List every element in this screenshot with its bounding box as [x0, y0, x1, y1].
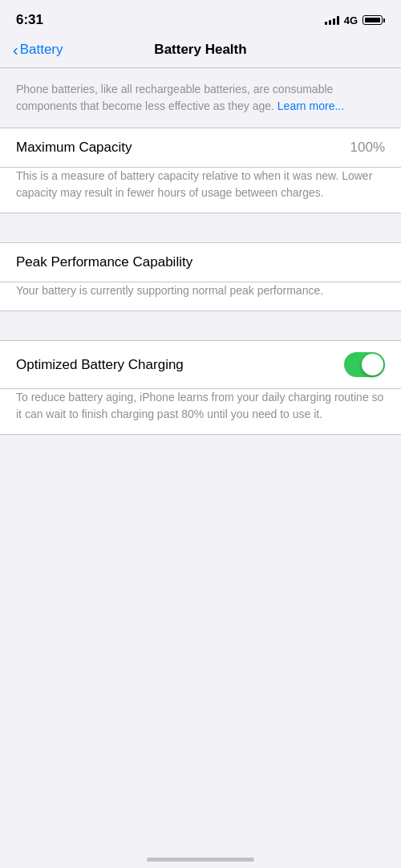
info-description: Phone batteries, like all rechargeable b… — [16, 83, 344, 112]
peak-performance-desc-text: Your battery is currently supporting nor… — [16, 284, 323, 297]
peak-performance-section: Peak Performance Capability Your battery… — [0, 243, 401, 310]
chevron-left-icon: ‹ — [13, 42, 18, 58]
optimized-charging-toggle[interactable] — [344, 352, 385, 377]
peak-performance-label: Peak Performance Capability — [16, 254, 192, 270]
max-capacity-section: Maximum Capacity 100% This is a measure … — [0, 128, 401, 213]
signal-bars-icon — [325, 15, 339, 25]
optimized-charging-label: Optimized Battery Charging — [16, 357, 184, 373]
status-time: 6:31 — [16, 12, 43, 28]
battery-fill — [365, 18, 380, 22]
max-capacity-description: This is a measure of battery capacity re… — [0, 168, 401, 213]
back-button[interactable]: ‹ Battery — [13, 42, 63, 58]
signal-bar-3 — [333, 18, 335, 25]
status-icons: 4G — [325, 14, 385, 26]
signal-bar-1 — [325, 22, 327, 25]
optimized-bottom-divider — [0, 434, 401, 435]
max-capacity-desc-text: This is a measure of battery capacity re… — [16, 169, 372, 199]
optimized-charging-row: Optimized Battery Charging — [0, 341, 401, 388]
max-capacity-label: Maximum Capacity — [16, 140, 132, 156]
back-label: Battery — [20, 42, 63, 58]
peak-performance-description: Your battery is currently supporting nor… — [0, 282, 401, 310]
toggle-track[interactable] — [344, 352, 385, 377]
battery-tip — [383, 18, 385, 22]
optimized-charging-desc-text: To reduce battery aging, iPhone learns f… — [16, 391, 383, 420]
network-type: 4G — [344, 14, 358, 26]
battery-icon — [363, 15, 385, 25]
optimized-charging-description: To reduce battery aging, iPhone learns f… — [0, 389, 401, 434]
signal-bar-2 — [329, 20, 331, 25]
toggle-thumb — [362, 354, 383, 375]
status-bar: 6:31 4G — [0, 0, 401, 35]
gap-2 — [0, 311, 401, 340]
info-section: Phone batteries, like all rechargeable b… — [0, 68, 401, 128]
nav-bar: ‹ Battery Battery Health — [0, 35, 401, 67]
gap-1 — [0, 213, 401, 242]
learn-more-link[interactable]: Learn more... — [277, 99, 344, 112]
optimized-charging-section: Optimized Battery Charging To reduce bat… — [0, 341, 401, 434]
battery-body — [363, 15, 383, 25]
home-indicator — [147, 858, 254, 862]
max-capacity-value: 100% — [350, 140, 385, 156]
max-capacity-row: Maximum Capacity 100% — [0, 128, 401, 167]
peak-performance-row: Peak Performance Capability — [0, 243, 401, 282]
page-title: Battery Health — [154, 42, 246, 58]
signal-bar-4 — [337, 16, 339, 25]
